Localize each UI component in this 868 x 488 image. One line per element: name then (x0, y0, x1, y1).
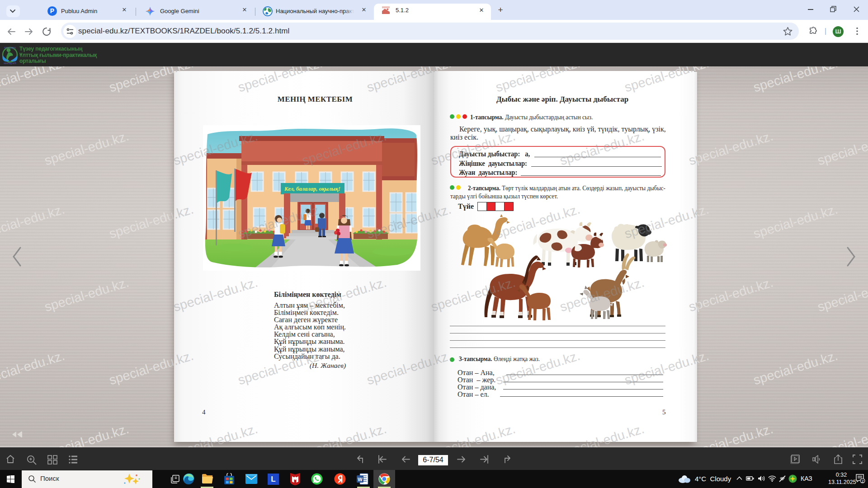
svg-text:ТП УҒПО: ТП УҒПО (4, 47, 16, 49)
svg-text:ННПЦ КП: ННПЦ КП (4, 62, 16, 65)
svg-text:W: W (358, 477, 363, 482)
svg-text:2: 2 (861, 479, 863, 483)
